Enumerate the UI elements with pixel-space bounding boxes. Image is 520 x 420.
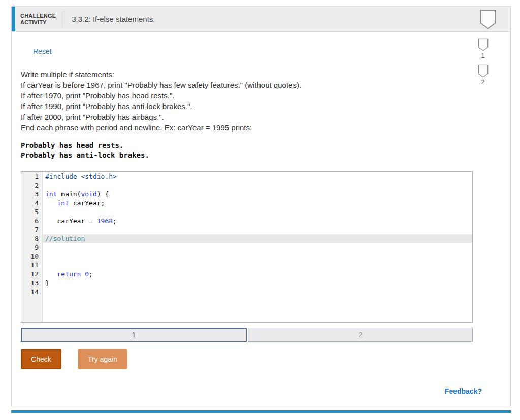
- instruction-line: Write multiple if statements:: [21, 69, 501, 80]
- line-number: 9: [21, 243, 43, 252]
- line-number: 6: [21, 217, 43, 226]
- line-number: 7: [21, 225, 43, 234]
- code-text: //solution: [43, 234, 472, 243]
- activity-header: CHALLENGE ACTIVITY 3.3.2: If-else statem…: [12, 7, 510, 32]
- code-line[interactable]: 3int main(void) {: [21, 190, 472, 199]
- code-text: #include <stdio.h>: [43, 172, 472, 181]
- instruction-line: If after 2000, print "Probably has airba…: [21, 112, 501, 122]
- code-line[interactable]: 4 int carYear;: [21, 199, 472, 208]
- code-text: [43, 207, 472, 217]
- instruction-line: If after 1990, print "Probably has anti-…: [21, 101, 501, 112]
- accent-bar: [12, 7, 15, 31]
- bottom-accent-bar: [11, 410, 511, 413]
- progress-rail: 12: [476, 38, 490, 91]
- kicker-line2: ACTIVITY: [20, 19, 56, 26]
- instruction-line: If carYear is before 1967, print "Probab…: [21, 80, 501, 90]
- code-text: [43, 181, 472, 190]
- example-output-line: Probably has anti-lock brakes.: [21, 150, 501, 160]
- kicker-line1: CHALLENGE: [20, 13, 56, 19]
- action-buttons: Check Try again: [21, 349, 501, 369]
- example-output: Probably has head rests.Probably has ant…: [21, 140, 501, 160]
- check-button[interactable]: Check: [21, 349, 61, 369]
- code-line[interactable]: 9: [21, 243, 472, 252]
- instruction-line: If after 1970, print "Probably has head …: [21, 90, 501, 101]
- code-text: [43, 225, 472, 234]
- code-text: return 0;: [43, 270, 472, 279]
- line-number: 3: [21, 190, 43, 199]
- example-output-line: Probably has head rests.: [21, 140, 501, 150]
- line-number: 10: [21, 252, 43, 261]
- line-number: 4: [21, 199, 43, 208]
- code-line[interactable]: 7: [21, 225, 472, 234]
- line-number: 1: [21, 172, 43, 181]
- progress-shield-icon: [476, 64, 490, 78]
- progress-marker-label: 2: [476, 78, 490, 86]
- activity-body: Reset 12 Write multiple if statements:If…: [12, 32, 510, 406]
- progress-marker-label: 1: [476, 52, 490, 59]
- code-line[interactable]: 11: [21, 261, 472, 270]
- editor-filler[interactable]: [21, 296, 472, 322]
- code-line[interactable]: 10: [21, 252, 472, 261]
- pane-tab-1[interactable]: 1: [21, 328, 247, 342]
- page: CHALLENGE ACTIVITY 3.3.2: If-else statem…: [0, 0, 520, 413]
- line-number: 13: [21, 278, 43, 288]
- code-lines: 1#include <stdio.h>23int main(void) {4 i…: [21, 172, 472, 322]
- feedback-link[interactable]: Feedback?: [445, 387, 482, 395]
- line-number: 14: [21, 288, 43, 297]
- activity-card: CHALLENGE ACTIVITY 3.3.2: If-else statem…: [11, 6, 511, 406]
- code-line[interactable]: 6 carYear = 1968;: [21, 217, 472, 226]
- bookmark-icon: [480, 9, 496, 31]
- line-number: 2: [21, 181, 43, 190]
- text-cursor: [85, 235, 85, 242]
- instructions-block: Write multiple if statements:If carYear …: [21, 69, 501, 133]
- code-text: [43, 261, 472, 270]
- activity-title: 3.3.2: If-else statements.: [72, 15, 155, 23]
- code-text: }: [43, 278, 472, 288]
- header-divider: [64, 11, 64, 28]
- code-line[interactable]: 2: [21, 181, 472, 190]
- activity-kicker: CHALLENGE ACTIVITY: [20, 13, 56, 26]
- feedback-row: Feedback?: [21, 387, 501, 396]
- pane-tabs: 12: [21, 328, 473, 342]
- code-editor[interactable]: 1#include <stdio.h>23int main(void) {4 i…: [21, 171, 473, 323]
- code-line[interactable]: 14: [21, 288, 472, 297]
- line-number: 11: [21, 261, 43, 270]
- instruction-line: End each phrase with period and newline.…: [21, 122, 501, 133]
- code-line[interactable]: 1#include <stdio.h>: [21, 172, 472, 181]
- code-line[interactable]: 5: [21, 207, 472, 217]
- code-line[interactable]: 12 return 0;: [21, 270, 472, 279]
- code-text: [43, 243, 472, 252]
- code-text: int carYear;: [43, 199, 472, 208]
- code-text: carYear = 1968;: [43, 217, 472, 226]
- code-line[interactable]: 13}: [21, 278, 472, 288]
- code-line[interactable]: 8//solution: [21, 234, 472, 243]
- reset-button[interactable]: Reset: [33, 47, 52, 55]
- progress-shield-icon: [476, 38, 490, 51]
- line-number: 12: [21, 270, 43, 279]
- code-text: int main(void) {: [43, 190, 472, 199]
- code-text: [43, 288, 472, 297]
- try-again-button[interactable]: Try again: [78, 349, 127, 369]
- line-number: 8: [21, 234, 43, 243]
- code-text: [43, 252, 472, 261]
- line-number: 5: [21, 207, 43, 217]
- pane-tab-2[interactable]: 2: [248, 328, 473, 342]
